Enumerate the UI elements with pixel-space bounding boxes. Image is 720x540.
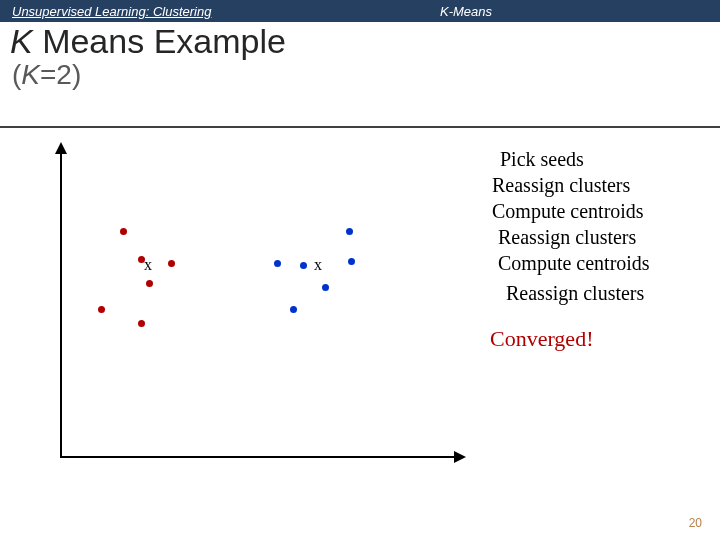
title-k-italic: K <box>10 22 33 60</box>
step-reassign-3: Reassign clusters <box>506 282 644 305</box>
sub-rest: =2) <box>40 59 81 90</box>
data-point <box>120 228 127 235</box>
title-block: K Means Example (K=2) <box>0 22 720 89</box>
page-title: K Means Example <box>10 24 720 60</box>
page-number: 20 <box>689 516 702 530</box>
step-pick-seeds: Pick seeds <box>500 148 584 171</box>
data-point <box>274 260 281 267</box>
title-rest: Means Example <box>33 22 286 60</box>
data-point <box>168 260 175 267</box>
step-reassign-1: Reassign clusters <box>492 174 630 197</box>
data-point <box>300 262 307 269</box>
centroid-marker-1: x <box>144 256 152 274</box>
page-subtitle: (K=2) <box>10 60 720 89</box>
scatter-plot: x x <box>60 148 460 468</box>
step-reassign-2: Reassign clusters <box>498 226 636 249</box>
step-compute-1: Compute centroids <box>492 200 644 223</box>
x-axis <box>60 456 460 458</box>
divider <box>0 126 720 128</box>
sub-k-italic: K <box>21 59 40 90</box>
x-axis-arrow-icon <box>454 451 466 463</box>
step-compute-2: Compute centroids <box>498 252 650 275</box>
header-bar: Unsupervised Learning: Clustering K-Mean… <box>0 0 720 22</box>
data-point <box>98 306 105 313</box>
breadcrumb-left: Unsupervised Learning: Clustering <box>0 4 211 19</box>
data-point <box>348 258 355 265</box>
y-axis-arrow-icon <box>55 142 67 154</box>
data-point <box>138 320 145 327</box>
breadcrumb-right: K-Means <box>440 4 492 19</box>
step-converged: Converged! <box>490 326 593 352</box>
data-point <box>290 306 297 313</box>
data-point <box>322 284 329 291</box>
y-axis <box>60 148 62 458</box>
sub-open: ( <box>12 59 21 90</box>
data-point <box>346 228 353 235</box>
centroid-marker-2: x <box>314 256 322 274</box>
data-point <box>146 280 153 287</box>
